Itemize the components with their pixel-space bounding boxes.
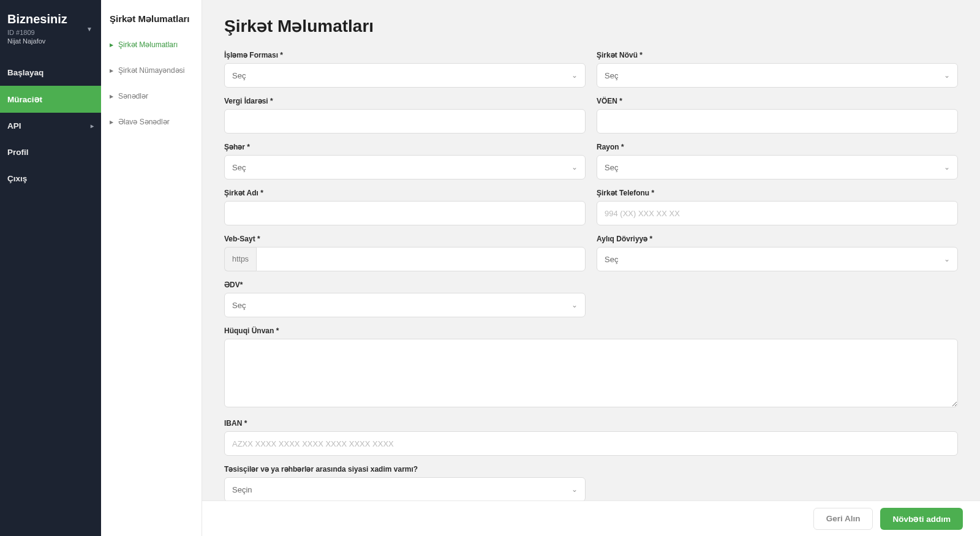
select-vat[interactable]: Seç⌄ <box>224 293 586 317</box>
input-company-name[interactable] <box>224 201 586 225</box>
triangle-icon: ▶ <box>110 119 113 125</box>
chevron-down-icon: ⌄ <box>571 301 578 309</box>
triangle-icon: ▶ <box>110 68 113 74</box>
input-website[interactable] <box>256 247 586 271</box>
sidebar: Biznesiniz ID #1809 Nijat Najafov ▼ Başl… <box>0 0 101 536</box>
nav-start[interactable]: Başlayaq <box>0 59 101 86</box>
account-dropdown-icon[interactable]: ▼ <box>86 26 92 32</box>
label-vat: ƏDV* <box>224 281 586 289</box>
next-button[interactable]: Növbəti addım <box>880 508 963 530</box>
chevron-down-icon: ⌄ <box>944 255 950 263</box>
chevron-down-icon: ⌄ <box>944 71 950 80</box>
label-monthly-turnover: Aylıq Dövriyyə * <box>597 235 958 243</box>
input-tax-office[interactable] <box>224 109 586 134</box>
page-title: Şirkət Məlumatları <box>224 16 958 36</box>
chevron-down-icon: ⌄ <box>944 163 950 172</box>
chevron-down-icon: ⌄ <box>571 71 578 80</box>
label-district: Rayon * <box>597 143 958 151</box>
sidebar-header[interactable]: Biznesiniz ID #1809 Nijat Najafov ▼ <box>0 0 101 53</box>
input-company-phone[interactable] <box>597 201 958 225</box>
chevron-right-icon: ▸ <box>91 123 94 129</box>
label-city: Şəhər * <box>224 143 586 151</box>
brand-name: Biznesiniz <box>7 12 94 26</box>
label-iban: IBAN * <box>224 419 958 428</box>
subnav-title: Şirkət Məlumatları <box>110 13 193 25</box>
label-website: Veb-Sayt * <box>224 235 586 243</box>
select-company-type[interactable]: Seç⌄ <box>597 63 958 88</box>
select-monthly-turnover[interactable]: Seç⌄ <box>597 247 958 271</box>
subnav: Şirkət Məlumatları ▶Şirkət Məlumatları ▶… <box>101 0 202 536</box>
main-content: Şirkət Məlumatları İşləmə Forması * Seç⌄… <box>202 0 980 536</box>
label-work-form: İşləmə Forması * <box>224 51 586 59</box>
label-company-type: Şirkət Növü * <box>597 51 958 59</box>
select-work-form[interactable]: Seç⌄ <box>224 63 586 88</box>
subnav-extra-docs[interactable]: ▶Əlavə Sənədlər <box>110 118 193 126</box>
select-district[interactable]: Seç⌄ <box>597 155 958 179</box>
subnav-documents[interactable]: ▶Sənədlər <box>110 92 193 100</box>
chevron-down-icon: ⌄ <box>571 163 578 172</box>
label-voen: VÖEN * <box>597 97 958 105</box>
nav-api[interactable]: API▸ <box>0 113 101 139</box>
textarea-legal-address[interactable] <box>224 339 958 407</box>
label-company-name: Şirkət Adı * <box>224 189 586 197</box>
select-political[interactable]: Seçin⌄ <box>224 477 586 502</box>
nav-logout[interactable]: Çıxış <box>0 165 101 192</box>
brand-id: ID #1809 <box>7 29 94 36</box>
label-legal-address: Hüquqi Ünvan * <box>224 327 958 335</box>
subnav-company-info[interactable]: ▶Şirkət Məlumatları <box>110 40 193 49</box>
subnav-company-rep[interactable]: ▶Şirkət Nümayəndəsi <box>110 66 193 75</box>
chevron-down-icon: ⌄ <box>571 485 578 494</box>
select-city[interactable]: Seç⌄ <box>224 155 586 179</box>
footer-bar: Geri Alın Növbəti addım <box>202 500 980 536</box>
label-company-phone: Şirkət Telefonu * <box>597 189 958 197</box>
brand-user: Nijat Najafov <box>7 37 94 45</box>
label-tax-office: Vergi İdarəsi * <box>224 97 586 105</box>
input-voen[interactable] <box>597 109 958 134</box>
triangle-icon: ▶ <box>110 42 113 48</box>
nav-profile[interactable]: Profil <box>0 139 101 165</box>
input-iban[interactable] <box>224 431 958 456</box>
main-nav: Başlayaq Müraciət API▸ Profil Çıxış <box>0 59 101 192</box>
triangle-icon: ▶ <box>110 94 113 99</box>
website-prefix: https <box>224 247 256 271</box>
label-political: Təsisçilər və ya rəhbərlər arasında siya… <box>224 465 586 474</box>
nav-apply[interactable]: Müraciət <box>0 86 101 113</box>
back-button[interactable]: Geri Alın <box>813 508 873 530</box>
